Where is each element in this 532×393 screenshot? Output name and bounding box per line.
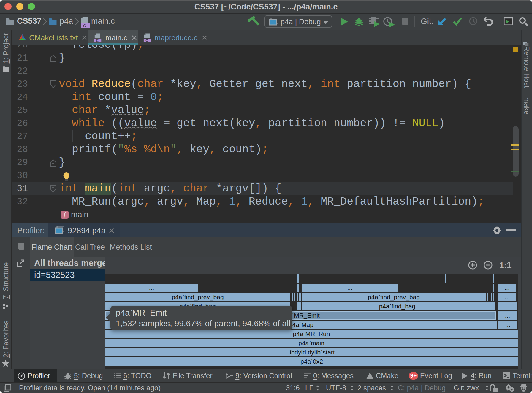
svg-text:C: C <box>96 39 99 42</box>
svg-text:C: C <box>145 39 148 42</box>
svg-text:C: C <box>83 23 86 28</box>
